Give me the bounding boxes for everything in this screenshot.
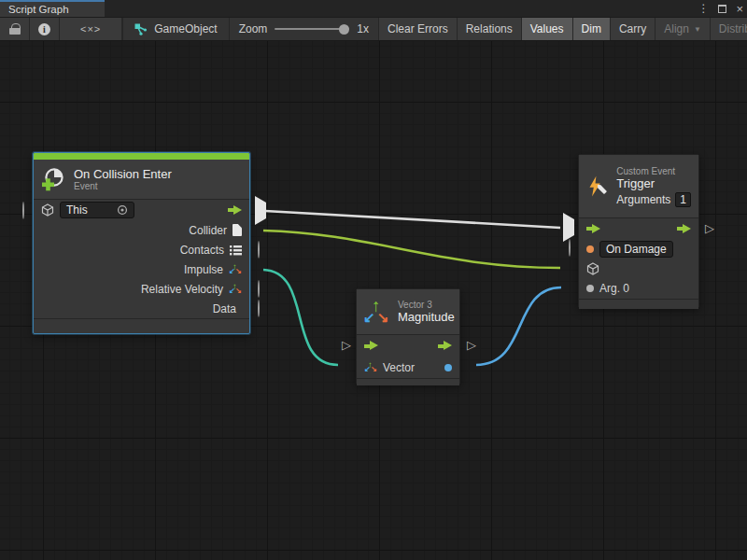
port-trigger-name-in[interactable] <box>569 240 571 257</box>
port-contacts-out[interactable] <box>258 242 260 259</box>
wire-magnitude[interactable] <box>476 287 561 365</box>
flow-out-arrow-icon <box>677 224 691 234</box>
node-footer <box>357 378 459 385</box>
arguments-count-value: 1 <box>680 193 686 206</box>
script-graph-icon <box>134 23 148 35</box>
lock-icon <box>8 23 21 35</box>
edit-source-button[interactable]: <×> <box>60 18 122 40</box>
node-header[interactable]: On Collision Enter Event <box>34 160 249 199</box>
tab-label: Script Graph <box>8 4 69 15</box>
node-trigger-custom-event[interactable]: Custom Event Trigger Arguments 1 <box>578 154 699 308</box>
clear-errors-label: Clear Errors <box>388 22 448 35</box>
gameobject-cube-icon <box>586 262 599 275</box>
graph-canvas[interactable]: On Collision Enter Event This <box>0 41 747 560</box>
zoom-slider[interactable] <box>275 28 349 30</box>
float-output-dot <box>444 364 452 371</box>
zoom-slider-handle[interactable] <box>339 24 349 35</box>
zoom-label: Zoom <box>239 22 268 35</box>
row-flow <box>357 335 459 357</box>
inspect-button[interactable]: i <box>30 18 60 40</box>
node-footer <box>34 318 249 330</box>
vector3-icon: ↑↙↘ <box>229 263 242 275</box>
node-on-collision-enter[interactable]: On Collision Enter Event This <box>33 152 250 334</box>
tab-script-graph[interactable]: Script Graph <box>0 0 105 17</box>
dim-label: Dim <box>582 22 601 35</box>
node-title: Trigger <box>616 176 691 190</box>
vector3-icon: ↑↙↘ <box>229 283 242 295</box>
vector3-icon: ↑↙↘ <box>364 300 390 325</box>
row-contacts: Contacts <box>34 240 249 259</box>
relations-button[interactable]: Relations <box>458 18 522 40</box>
values-toggle[interactable]: Values <box>522 18 573 40</box>
node-kind-label: Custom Event <box>616 166 691 176</box>
zoom-control: Zoom 1x <box>230 18 379 40</box>
flow-out-arrow-icon <box>438 341 452 351</box>
port-magnitude-flow-in[interactable]: ▷ <box>342 336 351 353</box>
self-target-value: This <box>66 203 88 217</box>
object-picker-icon[interactable] <box>117 204 128 216</box>
row-target <box>579 259 698 278</box>
node-subtitle: Event <box>74 181 172 191</box>
values-label: Values <box>530 22 564 35</box>
dim-toggle[interactable]: Dim <box>573 18 611 40</box>
align-dropdown[interactable]: Align ▼ <box>655 18 711 40</box>
wire-flow[interactable] <box>265 211 560 228</box>
vector-input-label: Vector <box>383 361 415 374</box>
graph-owner[interactable]: GameObject <box>123 18 229 40</box>
port-trigger-flow-in[interactable] <box>563 219 574 236</box>
close-icon[interactable]: × <box>736 3 743 15</box>
event-name-field[interactable]: On Damage <box>599 241 673 258</box>
row-data: Data <box>34 299 249 318</box>
row-collider: Collider <box>34 220 249 240</box>
gameobject-cube-icon <box>41 203 54 217</box>
port-magnitude-flow-out[interactable]: ▷ <box>467 336 476 353</box>
node-header[interactable]: Custom Event Trigger Arguments 1 <box>579 155 698 217</box>
row-impulse: Impulse ↑↙↘ <box>34 259 249 279</box>
port-data-out[interactable] <box>258 301 260 317</box>
clear-errors-button[interactable]: Clear Errors <box>379 18 458 40</box>
data-label: Data <box>213 302 236 315</box>
window-menu-icon[interactable]: ⋮ <box>698 3 709 14</box>
align-label: Align <box>664 22 689 35</box>
row-arg0: Arg. 0 <box>579 278 698 299</box>
row-flow <box>579 218 698 239</box>
arg0-label: Arg. 0 <box>599 282 629 295</box>
distribute-label: Distribute <box>719 22 747 35</box>
maximize-icon[interactable] <box>718 5 726 13</box>
collider-label: Collider <box>189 224 227 237</box>
list-icon <box>230 245 242 256</box>
relative-velocity-label: Relative Velocity <box>141 283 223 296</box>
toolbar: i <×> GameObject Zoom 1x Clear Errors Re… <box>0 17 747 41</box>
row-vector: ↑↙↘ Vector <box>357 357 459 378</box>
carry-label: Carry <box>619 22 646 35</box>
info-icon: i <box>38 23 50 35</box>
arguments-label: Arguments <box>616 193 670 206</box>
script-graph-window: Script Graph ⋮ × i <×> GameObject Zoom <box>0 0 747 560</box>
node-header[interactable]: ↑↙↘ Vector 3 Magnitude <box>357 289 459 334</box>
wire-impulse[interactable] <box>263 270 338 365</box>
custom-event-icon <box>586 174 609 200</box>
flow-in-arrow-icon <box>586 224 600 234</box>
carry-toggle[interactable]: Carry <box>611 18 655 40</box>
node-magnitude[interactable]: ↑↙↘ Vector 3 Magnitude ↑↙↘ Vector <box>356 288 460 385</box>
on-collision-enter-icon <box>41 167 66 191</box>
port-trigger-flow-out[interactable]: ▷ <box>705 219 714 236</box>
port-collision-target-in[interactable] <box>22 203 24 219</box>
titlebar: Script Graph ⋮ × <box>0 0 747 17</box>
lock-button[interactable] <box>0 18 30 40</box>
arg0-port-dot <box>586 285 594 292</box>
collider-doc-icon <box>233 224 242 236</box>
chevron-down-icon: ▼ <box>694 25 701 34</box>
row-event-name: On Damage <box>579 239 698 259</box>
node-type-label: Vector 3 <box>398 300 455 310</box>
self-target-field[interactable]: This <box>60 202 134 218</box>
string-port-dot <box>586 245 594 253</box>
port-relative-velocity-out[interactable] <box>258 281 260 298</box>
distribute-dropdown[interactable]: Distribute ▼ <box>711 18 747 40</box>
port-collision-flow-out[interactable] <box>255 203 266 219</box>
node-title: Magnitude <box>398 310 455 324</box>
arguments-count-field[interactable]: 1 <box>675 192 691 207</box>
row-target: This <box>34 200 249 220</box>
node-footer <box>579 299 698 309</box>
wire-collider[interactable] <box>263 231 560 268</box>
